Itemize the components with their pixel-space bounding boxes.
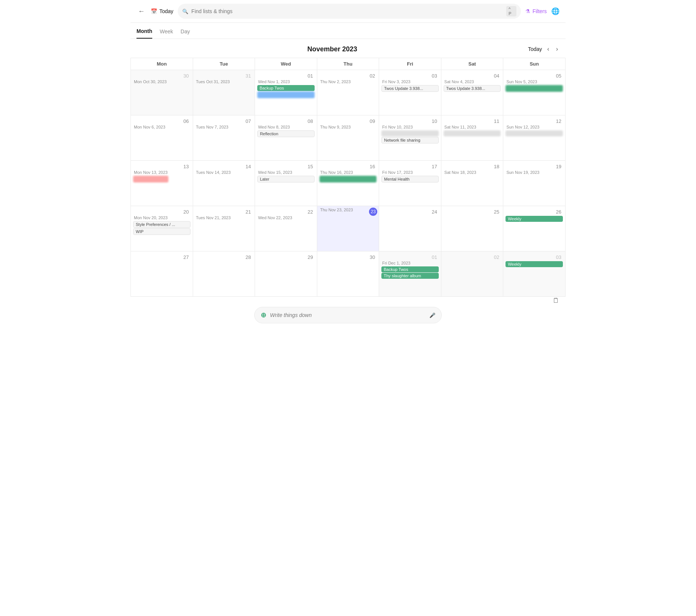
calendar-cell[interactable]: 01Wed Nov 1, 2023Backup Twos	[255, 70, 317, 115]
filters-button[interactable]: ⚗ Filters	[525, 8, 547, 14]
day-label: Tues Oct 31, 2023	[195, 79, 254, 85]
day-label: Thu Nov 9, 2023	[319, 125, 378, 130]
calendar-cell[interactable]: 24	[379, 206, 441, 251]
calendar-cell[interactable]: 12Sun Nov 12, 2023	[503, 115, 566, 161]
day-label: Fri Dec 1, 2023	[381, 261, 440, 266]
search-input[interactable]	[191, 8, 503, 14]
calendar-cell[interactable]: 30Mon Oct 30, 2023	[131, 70, 193, 115]
day-label: Sat Nov 11, 2023	[443, 125, 502, 130]
day-label: Thu Nov 16, 2023	[319, 170, 378, 175]
calendar-cell[interactable]: 01Fri Dec 1, 2023Backup TwosThy slaughte…	[379, 251, 441, 297]
calendar-cell[interactable]: 11Sat Nov 11, 2023	[441, 115, 503, 161]
calendar-cell[interactable]: 03Weekly	[503, 251, 566, 297]
event-pill[interactable]	[320, 176, 377, 182]
add-note-icon[interactable]: 🗒	[553, 297, 560, 305]
event-pill[interactable]: Twos Update 3.938...	[444, 85, 501, 92]
calendar-cell[interactable]: 05Sun Nov 5, 2023	[503, 70, 566, 115]
calendar-cell[interactable]: 10Fri Nov 10, 2023 Network file sharing	[379, 115, 441, 161]
weekday-tue: Tue	[193, 58, 255, 70]
calendar-cell[interactable]: 26Weekly	[503, 206, 566, 251]
day-number: 05	[505, 72, 564, 79]
tab-month[interactable]: Month	[136, 26, 152, 39]
event-pill[interactable]: Later	[257, 176, 315, 182]
calendar-cell[interactable]: 02Thu Nov 2, 2023	[317, 70, 379, 115]
day-label: Fri Nov 10, 2023	[381, 125, 440, 130]
calendar-cell[interactable]: 16Thu Nov 16, 2023	[317, 161, 379, 206]
day-number: 03	[381, 72, 440, 79]
calendar-cell[interactable]: 14Tues Nov 14, 2023	[193, 161, 255, 206]
event-pill[interactable]	[257, 91, 315, 98]
day-number: 09	[319, 117, 378, 125]
calendar-cell[interactable]: 21Tues Nov 21, 2023	[193, 206, 255, 251]
calendar-cell[interactable]: 19Sun Nov 19, 2023	[503, 161, 566, 206]
event-pill[interactable]: Backup Twos	[381, 266, 439, 272]
day-label: Sun Nov 19, 2023	[505, 170, 564, 175]
event-pill[interactable]	[506, 130, 563, 136]
day-number: 22	[256, 208, 315, 215]
day-label: Sat Nov 4, 2023	[443, 79, 502, 85]
calendar-cell[interactable]: 27	[131, 251, 193, 297]
day-number: 03	[505, 253, 564, 261]
calendar-cell[interactable]: 25	[441, 206, 503, 251]
calendar-cell[interactable]: 23Thu Nov 23, 2023	[317, 206, 379, 251]
calendar-cell[interactable]: 02	[441, 251, 503, 297]
event-pill[interactable]: Reflection	[257, 130, 315, 137]
calendar-cell[interactable]: 29	[255, 251, 317, 297]
day-label: Mon Oct 30, 2023	[132, 79, 191, 85]
day-label: Mon Nov 13, 2023	[132, 170, 191, 175]
day-label: Fri Nov 17, 2023	[381, 170, 440, 175]
calendar-grid: Mon Tue Wed Thu Fri Sat Sun 30Mon Oct 30…	[130, 58, 566, 297]
calendar-cell[interactable]: 17Fri Nov 17, 2023Mental Health	[379, 161, 441, 206]
add-circle-icon[interactable]: ⊕	[261, 311, 266, 319]
event-pill[interactable]: WIP	[133, 228, 190, 235]
calendar-cell[interactable]: 15Wed Nov 15, 2023Later	[255, 161, 317, 206]
calendar-cell[interactable]: 31Tues Oct 31, 2023	[193, 70, 255, 115]
weekday-sat: Sat	[441, 58, 503, 70]
event-pill[interactable]: Backup Twos	[257, 85, 315, 91]
calendar-icon: 📅	[151, 8, 157, 14]
calendar-cell[interactable]: 08Wed Nov 8, 2023Reflection	[255, 115, 317, 161]
event-pill[interactable]: Network file sharing	[381, 137, 439, 144]
calendar-cell[interactable]: 04Sat Nov 4, 2023Twos Update 3.938...	[441, 70, 503, 115]
day-number: 24	[381, 208, 440, 215]
weekday-wed: Wed	[255, 58, 317, 70]
calendar-cell[interactable]: 30	[317, 251, 379, 297]
event-pill[interactable]	[381, 130, 439, 136]
calendar-cell[interactable]: 28	[193, 251, 255, 297]
today-label: Today	[159, 8, 173, 14]
day-number: 15	[256, 162, 315, 170]
tab-day[interactable]: Day	[181, 26, 190, 38]
calendar-cell[interactable]: 06Mon Nov 6, 2023	[131, 115, 193, 161]
day-number: 18	[443, 162, 502, 170]
event-pill[interactable]: Weekly	[506, 261, 563, 267]
event-pill[interactable]: Mental Health	[381, 176, 439, 182]
event-pill[interactable]: Weekly	[506, 216, 563, 222]
calendar-cell[interactable]: 20Mon Nov 20, 2023Style Preferences / ..…	[131, 206, 193, 251]
calendar-cell[interactable]: 09Thu Nov 9, 2023	[317, 115, 379, 161]
tab-week[interactable]: Week	[160, 26, 173, 38]
day-number: 25	[443, 208, 502, 215]
back-button[interactable]: ←	[136, 6, 146, 17]
next-month-button[interactable]: ›	[555, 44, 560, 54]
globe-button[interactable]: 🌐	[551, 7, 560, 15]
quick-input[interactable]	[270, 312, 426, 318]
search-bar[interactable]: 🔍 ^ P	[178, 4, 521, 19]
event-pill[interactable]	[506, 85, 563, 92]
prev-month-button[interactable]: ‹	[546, 44, 550, 54]
event-pill[interactable]: Thy slaughter album	[381, 273, 439, 279]
event-pill[interactable]: Twos Update 3.938...	[381, 85, 439, 92]
event-pill[interactable]	[133, 176, 168, 182]
today-nav-button[interactable]: Today	[528, 46, 542, 52]
day-label: Thu Nov 23, 2023	[319, 208, 369, 213]
calendar-cell[interactable]: 03Fri Nov 3, 2023Twos Update 3.938...	[379, 70, 441, 115]
event-pill[interactable]: Style Preferences / ...	[133, 221, 190, 228]
day-number: 12	[505, 117, 564, 125]
calendar-cell[interactable]: 22Wed Nov 22, 2023	[255, 206, 317, 251]
calendar-cell[interactable]: 07Tues Nov 7, 2023	[193, 115, 255, 161]
calendar-cell[interactable]: 18Sat Nov 18, 2023	[441, 161, 503, 206]
event-pill[interactable]	[444, 130, 501, 136]
today-button[interactable]: 📅 Today	[151, 8, 173, 14]
mic-icon[interactable]: 🎤	[429, 312, 435, 318]
weekday-sun: Sun	[503, 58, 566, 70]
calendar-cell[interactable]: 13Mon Nov 13, 2023	[131, 161, 193, 206]
